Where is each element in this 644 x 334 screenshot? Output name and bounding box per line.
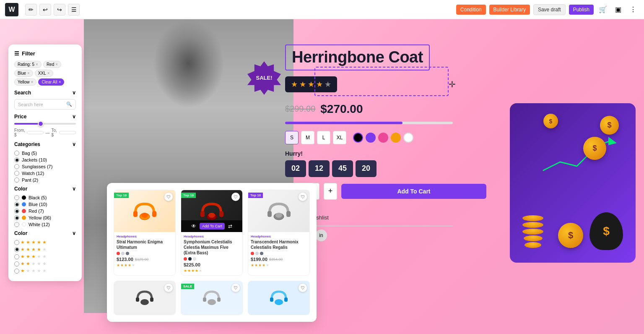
radio-blue[interactable] bbox=[14, 202, 19, 207]
r4-star-2: ★ bbox=[26, 247, 30, 252]
filter-tag-blue[interactable]: Blue × bbox=[14, 70, 33, 77]
filter-tag-rating[interactable]: Rating: 5 × bbox=[14, 61, 42, 68]
filter-tag-xxl[interactable]: XXL × bbox=[35, 70, 53, 77]
radio-jackets[interactable] bbox=[14, 157, 19, 162]
view-icon[interactable]: ▣ bbox=[612, 4, 624, 16]
tag-red-remove[interactable]: × bbox=[55, 62, 58, 67]
radio-black[interactable] bbox=[14, 195, 19, 200]
filter-tag-yellow[interactable]: Yellow × bbox=[14, 78, 36, 86]
slider-thumb[interactable] bbox=[38, 121, 44, 127]
color-black-swatch[interactable] bbox=[353, 133, 363, 143]
tag-yellow-remove[interactable]: × bbox=[31, 80, 34, 84]
builder-library-button[interactable]: Builder Library bbox=[489, 5, 530, 15]
category-pant[interactable]: Pant (2) bbox=[14, 177, 76, 183]
overlay-eye-icon[interactable]: 👁 bbox=[191, 223, 196, 229]
card-2-name: Symphonium Celestialis Celestia Maximus … bbox=[184, 239, 240, 256]
color-white[interactable]: White (12) bbox=[14, 222, 76, 227]
selectors-row: S M L XL bbox=[285, 131, 486, 144]
radio-red[interactable] bbox=[14, 209, 19, 214]
color-red[interactable]: Red (7) bbox=[14, 209, 76, 214]
radio-r3[interactable] bbox=[14, 254, 19, 259]
star-4: ★ bbox=[37, 240, 41, 245]
tag-rating-remove[interactable]: × bbox=[36, 62, 38, 67]
radio-r1[interactable] bbox=[14, 269, 19, 274]
card-6-wishlist[interactable]: ♡ bbox=[299, 284, 307, 292]
radio-r5[interactable] bbox=[14, 240, 19, 245]
stack-coin-1 bbox=[522, 215, 543, 221]
tag-blue-remove[interactable]: × bbox=[27, 71, 30, 76]
search-box[interactable]: Search here 🔍 bbox=[14, 99, 76, 110]
size-l[interactable]: L bbox=[317, 131, 330, 144]
edit-icon-btn[interactable]: ✏ bbox=[25, 4, 37, 16]
rating-chevron[interactable]: ∨ bbox=[72, 230, 76, 236]
publish-button[interactable]: Publish bbox=[569, 5, 594, 15]
radio-yellow[interactable] bbox=[14, 215, 19, 220]
card-2-wishlist[interactable]: ♡ bbox=[231, 193, 240, 201]
add-to-cart-overlay[interactable]: Add To Cart bbox=[200, 223, 224, 230]
filter-menu-icon: ☰ bbox=[14, 50, 19, 57]
category-bag[interactable]: Bag (5) bbox=[14, 151, 76, 156]
radio-bag[interactable] bbox=[14, 151, 19, 156]
rating-2[interactable]: ★ ★ ★ ★ ★ bbox=[14, 261, 76, 266]
radio-pant[interactable] bbox=[14, 177, 19, 183]
undo-icon-btn[interactable]: ↩ bbox=[39, 4, 51, 16]
price-slider[interactable]: From, $ — To, $ bbox=[14, 123, 76, 137]
save-draft-button[interactable]: Save draft bbox=[533, 4, 566, 15]
radio-r2[interactable] bbox=[14, 261, 19, 266]
price-chevron[interactable]: ∨ bbox=[72, 114, 76, 120]
svg-rect-2 bbox=[152, 211, 156, 217]
card-1-price-row: $123.00 $129.00 bbox=[117, 257, 173, 262]
tag-xxl-remove[interactable]: × bbox=[47, 71, 50, 76]
category-sunglasses[interactable]: Sunglasses (7) bbox=[14, 164, 76, 169]
radio-white[interactable] bbox=[14, 222, 19, 227]
card-3-category: Headphones bbox=[251, 235, 307, 238]
size-s[interactable]: S bbox=[285, 131, 299, 144]
card-4-wishlist[interactable]: ♡ bbox=[164, 284, 173, 292]
share-icon-3[interactable]: in bbox=[315, 230, 327, 241]
overlay-compare-icon[interactable]: ⇄ bbox=[228, 223, 232, 229]
condition-button[interactable]: Condition bbox=[456, 5, 486, 15]
card-3-wishlist[interactable]: ♡ bbox=[299, 193, 307, 201]
qty-plus[interactable]: + bbox=[324, 183, 337, 200]
filter-tag-clearall[interactable]: Clear All × bbox=[38, 78, 64, 86]
add-to-cart-button[interactable]: Add To Cart bbox=[341, 184, 486, 199]
color-black[interactable]: Black (5) bbox=[14, 195, 76, 200]
size-xl[interactable]: XL bbox=[333, 131, 346, 144]
redo-icon-btn[interactable]: ↪ bbox=[54, 4, 65, 16]
categories-chevron[interactable]: ∨ bbox=[72, 141, 76, 147]
menu-icon-btn[interactable]: ☰ bbox=[68, 4, 80, 16]
color-purple-swatch[interactable] bbox=[366, 133, 376, 143]
color-yellow-swatch[interactable] bbox=[391, 133, 401, 143]
svg-rect-1 bbox=[133, 211, 138, 217]
color-white-swatch[interactable] bbox=[403, 133, 413, 143]
color-pink-swatch[interactable] bbox=[378, 133, 388, 143]
filter-tag-red[interactable]: Red × bbox=[43, 61, 61, 68]
rating-3[interactable]: ★ ★ ★ ★ ★ bbox=[14, 254, 76, 259]
rating-1[interactable]: ★ ★ ★ ★ ★ bbox=[14, 268, 76, 274]
category-jackets[interactable]: Jackets (10) bbox=[14, 157, 76, 162]
category-watch[interactable]: Watch (12) bbox=[14, 171, 76, 176]
price-from-input[interactable] bbox=[27, 131, 44, 134]
search-section-title: Search ∨ bbox=[14, 90, 76, 96]
rating-5[interactable]: ★ ★ ★ ★ ★ bbox=[14, 240, 76, 245]
color-blue[interactable]: Blue (10) bbox=[14, 202, 76, 207]
c1s1: ★ bbox=[117, 263, 120, 267]
radio-r4[interactable] bbox=[14, 247, 19, 252]
coin-2: $ bbox=[583, 137, 606, 160]
size-m[interactable]: M bbox=[301, 131, 314, 144]
color-chevron[interactable]: ∨ bbox=[72, 186, 76, 192]
card-5-wishlist[interactable]: ♡ bbox=[231, 284, 240, 292]
search-chevron[interactable]: ∨ bbox=[72, 90, 76, 96]
card-1-wishlist[interactable]: ♡ bbox=[164, 193, 173, 201]
radio-watch[interactable] bbox=[14, 171, 19, 176]
radio-sunglasses[interactable] bbox=[14, 164, 19, 169]
sale-text: SALE! bbox=[256, 75, 273, 81]
more-icon[interactable]: ⋮ bbox=[627, 4, 639, 16]
cart-icon[interactable]: 🛒 bbox=[597, 4, 609, 16]
svg-rect-19 bbox=[270, 297, 273, 302]
rating-4[interactable]: ★ ★ ★ ★ ★ bbox=[14, 247, 76, 252]
price-to-input[interactable] bbox=[59, 131, 76, 134]
badge-2: Top 10 bbox=[181, 193, 196, 198]
color-yellow[interactable]: Yellow (06) bbox=[14, 215, 76, 220]
tag-clearall-x[interactable]: × bbox=[59, 80, 61, 84]
